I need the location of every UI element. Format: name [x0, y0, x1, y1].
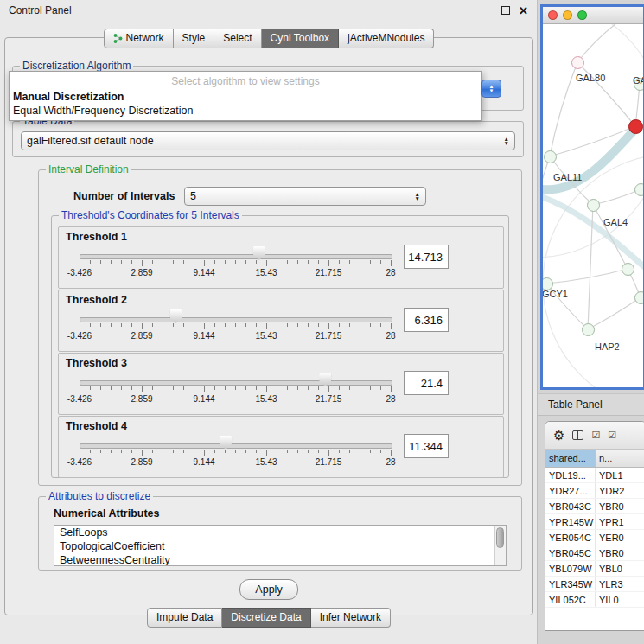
network-node[interactable]: [622, 263, 634, 276]
table-row[interactable]: YDR27...YDR2: [545, 483, 644, 499]
table-row[interactable]: YBR043CYBR0: [545, 499, 644, 514]
attributes-list: SelfLoopsTopologicalCoefficientBetweenne…: [54, 525, 507, 566]
table-cell: YBR0: [596, 499, 644, 513]
attributes-scrollbar[interactable]: [494, 526, 506, 565]
network-node[interactable]: [587, 199, 600, 212]
slider-ticks: [80, 386, 391, 393]
gear-icon[interactable]: ⚙: [553, 429, 564, 442]
tab-label: Discretize Data: [231, 611, 301, 623]
control-panel-titlebar: Control Panel ✕: [0, 0, 537, 21]
scale-label: 15.43: [255, 268, 277, 277]
tab-label: Infer Network: [320, 611, 381, 623]
network-node[interactable]: [544, 150, 557, 163]
table-data-groupbox: Table Data galFiltered.sif default node …: [12, 121, 524, 157]
threshold-value-field[interactable]: 6.316: [404, 308, 449, 332]
zoom-traffic-light[interactable]: [577, 10, 587, 20]
scale-label: 21.715: [316, 268, 342, 277]
tab-label: Select: [223, 32, 252, 44]
algorithm-combobox-stepper[interactable]: ▲▼: [481, 80, 501, 98]
algorithm-option[interactable]: Equal Width/Frequency Discretization: [10, 104, 481, 118]
network-node[interactable]: [582, 323, 595, 336]
slider-thumb-icon[interactable]: [253, 246, 265, 260]
close-traffic-light[interactable]: [548, 10, 558, 20]
algorithm-popup-options: Manual DiscretizationEqual Width/Frequen…: [10, 90, 481, 118]
threshold-value-field[interactable]: 11.344: [404, 434, 449, 458]
node-label: GA: [633, 75, 643, 86]
minimize-traffic-light[interactable]: [563, 10, 572, 20]
column-header[interactable]: n...: [596, 450, 644, 467]
close-icon[interactable]: ✕: [519, 5, 528, 16]
table-data-combobox[interactable]: galFiltered.sif default node ▲▼: [21, 131, 515, 150]
table-row[interactable]: YBL079WYBL0: [545, 561, 644, 577]
column-header[interactable]: shared...: [545, 450, 596, 467]
attribute-list-item[interactable]: SelfLoops: [54, 526, 506, 539]
network-node[interactable]: [634, 291, 644, 304]
attribute-list-item[interactable]: BetweennessCentrality: [54, 553, 506, 566]
network-node[interactable]: [571, 56, 584, 69]
slider-thumb-icon[interactable]: [220, 436, 232, 450]
apply-button[interactable]: Apply: [239, 579, 298, 600]
tab-bar: NetworkStyleSelectCyni ToolboxjActiveMNo…: [0, 29, 538, 48]
scale-label: -3.426: [67, 331, 92, 341]
table-cell: YIL0: [596, 592, 644, 607]
tab-impute-data[interactable]: Impute Data: [147, 608, 222, 628]
table-row[interactable]: YBR045CYBR0: [545, 545, 644, 561]
threshold-label: Threshold 4: [66, 420, 127, 432]
thresholds-group-title: Threshold's Coordinates for 5 Intervals: [59, 209, 242, 221]
slider[interactable]: [80, 246, 391, 260]
network-canvas[interactable]: GAL80GAGAL11GAL4GCY1HAP2: [543, 24, 643, 387]
attribute-list-item[interactable]: TopologicalCoefficient: [54, 539, 506, 553]
scale-label: 28: [386, 457, 395, 467]
scale-label: -3.426: [67, 457, 92, 467]
table-row[interactable]: YDL19...YDL1: [545, 468, 644, 483]
node-label: GCY1: [543, 289, 568, 299]
scale-label: 21.715: [316, 394, 342, 404]
table-cell: YDL1: [596, 468, 644, 482]
table-cell: YPR1: [596, 514, 644, 529]
tab-select[interactable]: Select: [214, 29, 261, 48]
network-node[interactable]: [634, 183, 644, 196]
scrollbar-thumb[interactable]: [496, 527, 504, 548]
interval-definition-groupbox: Interval Definition Number of Intervals …: [38, 169, 522, 486]
slider-thumb-icon[interactable]: [319, 373, 331, 386]
number-of-intervals-combobox[interactable]: 5 ▲▼: [184, 187, 426, 206]
tab-jactivemnodules[interactable]: jActiveMNodules: [339, 29, 434, 48]
table-cell: YBL079W: [545, 561, 596, 576]
network-node[interactable]: [628, 119, 643, 134]
tab-discretize-data[interactable]: Discretize Data: [222, 608, 310, 628]
node-label: HAP2: [595, 341, 620, 352]
algorithm-option[interactable]: Manual Discretization: [10, 90, 481, 104]
tab-style[interactable]: Style: [174, 29, 215, 48]
float-window-icon[interactable]: [501, 6, 510, 15]
slider[interactable]: [80, 309, 391, 323]
threshold-value-field[interactable]: 14.713: [404, 245, 449, 269]
table-row[interactable]: YER054CYER0: [545, 530, 644, 545]
checkbox-icon[interactable]: ☑: [591, 430, 600, 440]
table-row[interactable]: YLR345WYLR3: [545, 577, 644, 592]
columns-icon[interactable]: [572, 430, 583, 440]
combo-stepper-icon: ▲▼: [415, 192, 420, 201]
tab-infer-network[interactable]: Infer Network: [311, 608, 391, 628]
table-row[interactable]: YPR145WYPR1: [545, 514, 644, 530]
scale-label: 21.715: [316, 457, 342, 467]
threshold-value-field[interactable]: 21.4: [404, 371, 449, 395]
table-cell: YDL19...: [545, 468, 596, 482]
tab-network[interactable]: Network: [104, 29, 174, 48]
table-toolbar: ⚙ ☑ ☑: [545, 422, 644, 450]
slider-ticks: [80, 260, 391, 267]
table-cell: YIL052C: [545, 592, 596, 607]
table-rows: YDL19...YDL1YDR27...YDR2YBR043CYBR0YPR14…: [545, 468, 644, 608]
slider-thumb-icon[interactable]: [170, 309, 182, 323]
checkbox-icon[interactable]: ☑: [608, 430, 616, 440]
scale-label: 28: [386, 331, 395, 341]
algorithm-group-title: Discretization Algorithm: [20, 60, 133, 72]
threshold-panel: Threshold 1 -3.4262.8599.14415.4321.7152…: [58, 226, 504, 289]
tab-label: Cyni Toolbox: [271, 32, 329, 44]
table-cell: YLR345W: [545, 577, 596, 591]
table-panel-title: Table Panel: [548, 399, 603, 411]
table-row[interactable]: YIL052CYIL0: [545, 592, 644, 608]
slider[interactable]: [80, 373, 391, 386]
threshold-label: Threshold 3: [66, 357, 127, 369]
slider[interactable]: [80, 436, 391, 450]
tab-cyni-toolbox[interactable]: Cyni Toolbox: [262, 29, 339, 48]
